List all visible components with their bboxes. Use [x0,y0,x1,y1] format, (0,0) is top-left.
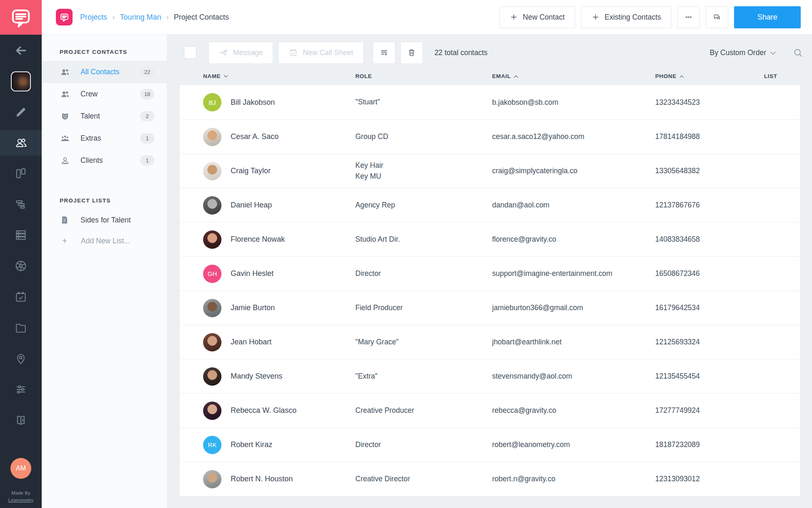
cell-name: Jamie Burton [231,303,355,312]
filter-label: Clients [80,156,103,165]
extras-icon [60,133,70,144]
speech-bubble-icon [59,12,70,23]
table-row[interactable]: Florence Nowak Studio Art Dir. florence@… [180,222,800,256]
made-by-credit: Made By Leanometry [8,490,34,504]
boards-icon[interactable] [0,163,42,183]
crew-icon [60,89,70,100]
cell-phone: 12137867676 [655,201,764,210]
locations-icon[interactable] [0,349,42,369]
cell-email: robert.n@gravity.co [492,475,655,483]
cell-phone: 14083834658 [655,235,764,244]
cell-name: Daniel Heap [231,201,355,210]
filter-label: Talent [80,112,100,121]
filter-label: All Contacts [80,68,119,76]
delete-button[interactable] [400,42,423,64]
table-row[interactable]: Robert N. Houston Creative Director robe… [180,462,800,496]
message-button[interactable]: Message [209,42,273,64]
cell-phone: 16508672346 [655,269,764,278]
cell-email: florence@gravity.co [492,235,655,244]
chat-bubbles-icon [713,13,721,21]
cell-name: Robert Kiraz [231,440,355,449]
table-row[interactable]: RK Robert Kiraz Director robert@leanomet… [180,427,800,462]
sort-order-dropdown[interactable]: By Custom Order [710,48,775,57]
breadcrumb-current: Project Contacts [174,13,229,22]
column-header[interactable]: NAME [203,73,355,79]
leanometry-link[interactable]: Leanometry [8,497,34,504]
speech-bubble-logo-icon [9,6,33,29]
document-icon [60,215,70,225]
contact-filter-item[interactable]: Talent 2 [42,105,167,127]
help-book-icon[interactable] [0,410,42,430]
table-row[interactable]: Jean Hobart "Mary Grace" jhobart@earthli… [180,325,800,359]
breadcrumb-projects[interactable]: Projects [80,13,107,22]
breadcrumb-project[interactable]: Touring Man [120,13,161,22]
select-all-checkbox[interactable] [184,46,196,59]
rail-footer: AM Made By Leanometry [8,458,34,508]
stripboard-icon[interactable] [0,225,42,245]
cell-role: Creative Producer [355,405,492,416]
shot-list-icon[interactable] [0,256,42,276]
header-actions: New Contact Existing Contacts Share [499,6,801,28]
contact-filter-item[interactable]: Clients 1 [42,149,167,172]
table-row[interactable]: Cesar A. Saco Group CD cesar.a.saco12@ya… [180,119,800,154]
trash-icon [407,48,416,57]
manage-columns-button[interactable] [373,42,395,64]
contact-filter-item[interactable]: All Contacts 22 [42,61,167,83]
cell-email: jhobart@earthlink.net [492,338,655,346]
contacts-icon[interactable] [0,130,42,156]
top-header: Projects › Touring Man › Project Contact… [42,0,812,35]
lists-section-title: PROJECT LISTS [42,197,167,204]
plus-icon: + [60,236,70,246]
cell-role: Group CD [355,131,492,142]
count-badge: 22 [140,67,154,77]
add-new-list-button[interactable]: + Add New List... [42,230,167,251]
count-badge: 1 [140,133,154,144]
search-icon[interactable] [792,47,804,58]
app-logo[interactable] [0,0,42,35]
count-badge: 2 [140,111,154,121]
table-header: NAME ROLE EMAIL PHONE LIST [167,64,812,85]
project-lists: Sides for Talent [42,210,167,230]
settings-sliders-icon[interactable] [0,379,42,399]
table-row[interactable]: Jamie Burton Field Producer jamieburton3… [180,291,800,325]
client-icon [60,155,70,166]
new-call-sheet-button[interactable]: New Call Sheet [278,42,364,64]
user-avatar[interactable]: AM [10,458,31,479]
files-icon[interactable] [0,318,42,338]
existing-contacts-button[interactable]: Existing Contacts [581,6,671,28]
table-row[interactable]: Craig Taylor Key Hair Key MU craig@simpl… [180,154,800,188]
calendar-icon[interactable] [0,287,42,307]
cell-name: Bill Jakobson [231,98,355,107]
avatar [203,128,221,146]
cell-role: "Extra" [355,371,492,382]
contact-filter-item[interactable]: Extras 1 [42,127,167,149]
contact-filter-item[interactable]: Crew 18 [42,83,167,105]
cell-phone: 12135455454 [655,372,764,381]
comments-button[interactable] [706,6,728,28]
share-button[interactable]: Share [734,6,801,28]
back-arrow-icon[interactable] [0,40,42,61]
cell-role: Key Hair Key MU [355,160,492,182]
table-row[interactable]: GH Gavin Heslet Director support@imagine… [180,256,800,291]
column-header[interactable]: ROLE [355,73,492,79]
column-header[interactable]: LIST [764,73,812,79]
table-row[interactable]: Daniel Heap Agency Rep dandan@aol.com 12… [180,188,800,222]
column-header[interactable]: PHONE [655,73,764,79]
table-row[interactable]: BJ Bill Jakobson "Stuart" b.jakobson@sb.… [180,85,800,119]
avatar [203,402,221,420]
cell-name: Jean Hobart [231,338,355,346]
filter-label: Crew [80,90,98,99]
project-logo[interactable] [56,9,73,25]
table-row[interactable]: Mandy Stevens "Extra" stevensmandy@aol.c… [180,359,800,393]
avatar [203,333,221,351]
project-thumbnail[interactable] [0,71,42,91]
cell-role: Agency Rep [355,200,492,210]
cell-name: Mandy Stevens [231,372,355,381]
project-list-item[interactable]: Sides for Talent [42,210,167,230]
breakdown-icon[interactable] [0,194,42,214]
new-contact-button[interactable]: New Contact [499,6,575,28]
pencil-icon[interactable] [0,102,42,122]
more-options-button[interactable] [677,6,700,28]
table-row[interactable]: Rebecca W. Glasco Creative Producer rebe… [180,393,800,427]
column-header[interactable]: EMAIL [492,73,655,79]
